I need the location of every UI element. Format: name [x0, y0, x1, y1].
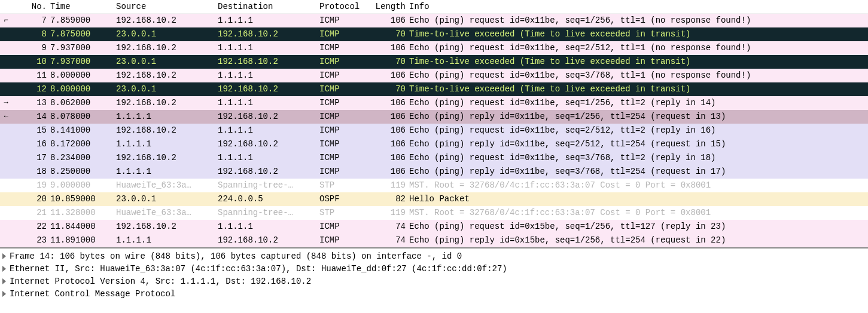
cell-time: 11.328000 — [48, 206, 114, 220]
cell-protocol: ICMP — [317, 124, 371, 137]
cell-protocol: OSPF — [317, 192, 371, 206]
packet-row[interactable]: 2311.8910001.1.1.1192.168.10.2ICMP74Echo… — [0, 234, 868, 247]
cell-no: 8 — [12, 27, 48, 41]
cell-no: 13 — [12, 96, 48, 110]
cell-source: 23.0.0.1 — [114, 192, 215, 206]
cell-time: 8.000000 — [48, 82, 114, 96]
packet-row[interactable]: 118.000000192.168.10.21.1.1.1ICMP106Echo… — [0, 69, 868, 82]
cell-protocol: STP — [317, 206, 371, 220]
cell-no: 11 — [12, 69, 48, 82]
cell-protocol: ICMP — [317, 14, 371, 27]
packet-row[interactable]: →138.062000192.168.10.21.1.1.1ICMP106Ech… — [0, 96, 868, 110]
cell-source: HuaweiTe_63:3a… — [114, 179, 215, 192]
cell-protocol: ICMP — [317, 165, 371, 179]
packet-row[interactable]: 158.141000192.168.10.21.1.1.1ICMP106Echo… — [0, 124, 868, 137]
cell-source: 1.1.1.1 — [114, 110, 215, 124]
cell-no: 23 — [12, 234, 48, 247]
header-source[interactable]: Source — [114, 0, 215, 14]
packet-row[interactable]: 2111.328000HuaweiTe_63:3a…Spanning-tree-… — [0, 206, 868, 220]
cell-time: 11.844000 — [48, 220, 114, 234]
frame-bracket-icon: ⌐ — [0, 14, 12, 27]
cell-time: 9.000000 — [48, 179, 114, 192]
cell-length: 106 — [371, 165, 407, 179]
cell-source: 192.168.10.2 — [114, 41, 215, 55]
cell-source: 1.1.1.1 — [114, 165, 215, 179]
packet-row[interactable]: ←148.0780001.1.1.1192.168.10.2ICMP106Ech… — [0, 110, 868, 124]
expand-chevron-icon[interactable] — [2, 266, 6, 272]
cell-time: 7.875000 — [48, 27, 114, 41]
packet-row[interactable]: 2211.844000192.168.10.21.1.1.1ICMP74Echo… — [0, 220, 868, 234]
cell-no: 20 — [12, 192, 48, 206]
cell-destination: 1.1.1.1 — [215, 124, 317, 137]
packet-row[interactable]: 168.1720001.1.1.1192.168.10.2ICMP106Echo… — [0, 137, 868, 151]
expand-chevron-icon[interactable] — [2, 278, 6, 284]
cell-protocol: ICMP — [317, 137, 371, 151]
cell-source: 192.168.10.2 — [114, 220, 215, 234]
cell-length: 70 — [371, 27, 407, 41]
cell-info: Echo (ping) request id=0x11be, seq=2/512… — [407, 124, 868, 137]
packet-details-pane[interactable]: Frame 14: 106 bytes on wire (848 bits), … — [0, 247, 868, 301]
cell-protocol: ICMP — [317, 41, 371, 55]
detail-tree-item[interactable]: Ethernet II, Src: HuaweiTe_63:3a:07 (4c:… — [0, 262, 868, 275]
packet-row[interactable]: 128.00000023.0.0.1192.168.10.2ICMP70Time… — [0, 82, 868, 96]
cell-info: Echo (ping) reply id=0x11be, seq=1/256, … — [407, 110, 868, 124]
cell-destination: 192.168.10.2 — [215, 110, 317, 124]
header-no[interactable]: No. — [12, 0, 48, 14]
cell-destination: Spanning-tree-… — [215, 206, 317, 220]
cell-info: Hello Packet — [407, 192, 868, 206]
cell-destination: 192.168.10.2 — [215, 82, 317, 96]
cell-destination: 224.0.0.5 — [215, 192, 317, 206]
cell-time: 11.891000 — [48, 234, 114, 247]
detail-tree-item[interactable]: Frame 14: 106 bytes on wire (848 bits), … — [0, 250, 868, 262]
cell-time: 8.062000 — [48, 96, 114, 110]
cell-source: 23.0.0.1 — [114, 55, 215, 69]
cell-info: Echo (ping) request id=0x11be, seq=1/256… — [407, 96, 868, 110]
header-length[interactable]: Length — [371, 0, 407, 14]
cell-destination: 1.1.1.1 — [215, 69, 317, 82]
packet-row[interactable]: 188.2500001.1.1.1192.168.10.2ICMP106Echo… — [0, 165, 868, 179]
packet-row[interactable]: ⌐77.859000192.168.10.21.1.1.1ICMP106Echo… — [0, 14, 868, 27]
cell-time: 8.141000 — [48, 124, 114, 137]
cell-time: 7.859000 — [48, 14, 114, 27]
cell-destination: 192.168.10.2 — [215, 137, 317, 151]
cell-time: 7.937000 — [48, 55, 114, 69]
packet-row[interactable]: 178.234000192.168.10.21.1.1.1ICMP106Echo… — [0, 151, 868, 165]
cell-protocol: ICMP — [317, 220, 371, 234]
packet-row[interactable]: 97.937000192.168.10.21.1.1.1ICMP106Echo … — [0, 41, 868, 55]
cell-info: Time-to-live exceeded (Time to live exce… — [407, 55, 868, 69]
cell-no: 15 — [12, 124, 48, 137]
packet-row[interactable]: 87.87500023.0.0.1192.168.10.2ICMP70Time-… — [0, 27, 868, 41]
detail-tree-item[interactable]: Internet Protocol Version 4, Src: 1.1.1.… — [0, 275, 868, 287]
cell-info: Echo (ping) request id=0x11be, seq=2/512… — [407, 41, 868, 55]
cell-no: 14 — [12, 110, 48, 124]
cell-source: 192.168.10.2 — [114, 151, 215, 165]
cell-length: 119 — [371, 179, 407, 192]
cell-time: 8.000000 — [48, 69, 114, 82]
cell-destination: 1.1.1.1 — [215, 151, 317, 165]
packet-row[interactable]: 199.000000HuaweiTe_63:3a…Spanning-tree-…… — [0, 179, 868, 192]
cell-no: 16 — [12, 137, 48, 151]
packet-list-header[interactable]: No. Time Source Destination Protocol Len… — [0, 0, 868, 14]
cell-length: 74 — [371, 234, 407, 247]
header-protocol[interactable]: Protocol — [317, 0, 371, 14]
detail-tree-item[interactable]: Internet Control Message Protocol — [0, 287, 868, 300]
cell-no: 19 — [12, 179, 48, 192]
expand-chevron-icon[interactable] — [2, 253, 6, 259]
header-destination[interactable]: Destination — [215, 0, 317, 14]
header-time[interactable]: Time — [48, 0, 114, 14]
cell-time: 8.172000 — [48, 137, 114, 151]
packet-row[interactable]: 107.93700023.0.0.1192.168.10.2ICMP70Time… — [0, 55, 868, 69]
cell-time: 10.859000 — [48, 192, 114, 206]
detail-text: Frame 14: 106 bytes on wire (848 bits), … — [10, 251, 462, 261]
cell-destination: 192.168.10.2 — [215, 234, 317, 247]
packet-row[interactable]: 2010.85900023.0.0.1224.0.0.5OSPF82Hello … — [0, 192, 868, 206]
expand-chevron-icon[interactable] — [2, 291, 6, 297]
cell-protocol: ICMP — [317, 27, 371, 41]
cell-info: MST. Root = 32768/0/4c:1f:cc:63:3a:07 Co… — [407, 179, 868, 192]
packet-list-pane[interactable]: No. Time Source Destination Protocol Len… — [0, 0, 868, 247]
cell-no: 10 — [12, 55, 48, 69]
detail-text: Internet Protocol Version 4, Src: 1.1.1.… — [10, 277, 311, 286]
cell-protocol: ICMP — [317, 55, 371, 69]
cell-info: Echo (ping) request id=0x15be, seq=1/256… — [407, 220, 868, 234]
header-info[interactable]: Info — [407, 0, 868, 14]
